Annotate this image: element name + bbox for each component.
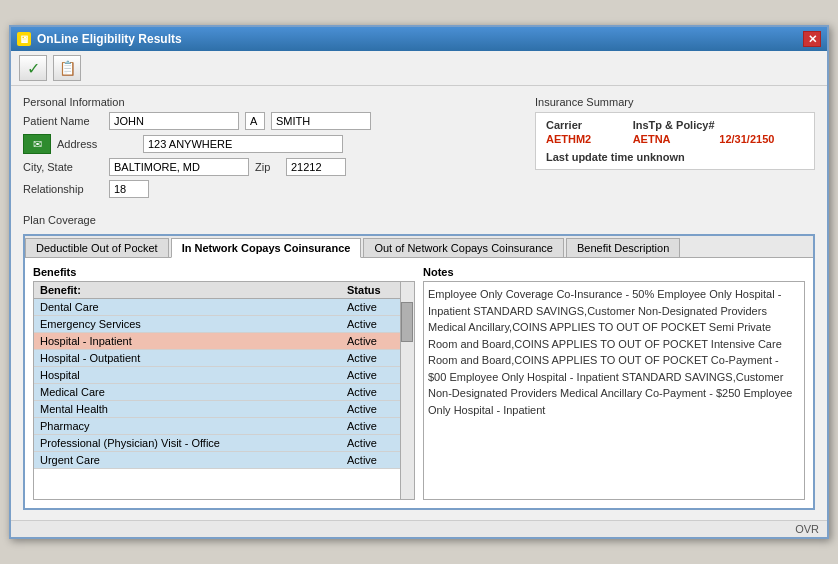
carrier-header: Carrier: [546, 119, 631, 131]
window-title: OnLine Eligibility Results: [37, 32, 182, 46]
patient-first-input[interactable]: [109, 112, 239, 130]
check-icon: ✓: [27, 59, 40, 78]
benefits-table: Benefit: Status Dental CareActiveEmergen…: [34, 282, 414, 469]
benefit-cell: Professional (Physician) Visit - Office: [34, 435, 341, 452]
tab-content: Benefits Benefit: Status Dental CareActi…: [25, 258, 813, 508]
benefit-cell: Mental Health: [34, 401, 341, 418]
relationship-row: Relationship: [23, 180, 515, 198]
table-row[interactable]: Medical CareActive: [34, 384, 414, 401]
benefits-scrollbar-thumb: [401, 302, 413, 342]
table-row[interactable]: Professional (Physician) Visit - OfficeA…: [34, 435, 414, 452]
relationship-input[interactable]: [109, 180, 149, 198]
app-icon: 🖥: [17, 32, 31, 46]
tab-out-of-network[interactable]: Out of Network Copays Coinsurance: [363, 238, 564, 257]
instp-header: InsTp & Policy#: [633, 119, 718, 131]
personal-info-label: Personal Information: [23, 96, 515, 108]
address-input[interactable]: [143, 135, 343, 153]
last-update: Last update time unknown: [546, 151, 804, 163]
notes-content[interactable]: Employee Only Coverage Co-Insurance - 50…: [423, 281, 805, 500]
notes-label: Notes: [423, 266, 805, 278]
benefit-cell: Hospital - Outpatient: [34, 350, 341, 367]
patient-mi-input[interactable]: [245, 112, 265, 130]
title-bar-left: 🖥 OnLine Eligibility Results: [17, 32, 182, 46]
table-row[interactable]: HospitalActive: [34, 367, 414, 384]
benefit-cell: Hospital: [34, 367, 341, 384]
city-state-label: City, State: [23, 161, 103, 173]
plan-coverage-section: Deductible Out of Pocket In Network Copa…: [23, 234, 815, 510]
relationship-label: Relationship: [23, 183, 103, 195]
insurance-summary-label: Insurance Summary: [535, 96, 815, 108]
benefit-cell: Hospital - Inpatient: [34, 333, 341, 350]
table-row[interactable]: Emergency ServicesActive: [34, 316, 414, 333]
benefits-table-wrapper: Benefit: Status Dental CareActiveEmergen…: [33, 281, 415, 500]
patient-name-row: Patient Name: [23, 112, 515, 130]
tab-in-network[interactable]: In Network Copays Coinsurance: [171, 238, 362, 258]
personal-info-section: Personal Information Patient Name ✉ Addr…: [23, 96, 815, 202]
table-row[interactable]: Dental CareActive: [34, 299, 414, 316]
insurance-summary-box: Carrier InsTp & Policy# AETHM2 AETNA 12/…: [535, 112, 815, 170]
city-state-input[interactable]: [109, 158, 249, 176]
address-label: Address: [57, 138, 137, 150]
title-bar: 🖥 OnLine Eligibility Results ✕: [11, 27, 827, 51]
content-area: Personal Information Patient Name ✉ Addr…: [11, 86, 827, 520]
benefit-cell: Urgent Care: [34, 452, 341, 469]
tab-benefit-description[interactable]: Benefit Description: [566, 238, 680, 257]
benefit-cell: Medical Care: [34, 384, 341, 401]
zip-label: Zip: [255, 161, 280, 173]
patient-name-label: Patient Name: [23, 115, 103, 127]
carrier-value: AETHM2: [546, 133, 631, 145]
zip-input[interactable]: [286, 158, 346, 176]
status-bar: OVR: [11, 520, 827, 537]
insurance-grid: Carrier InsTp & Policy# AETHM2 AETNA 12/…: [546, 119, 804, 145]
address-row: ✉ Address: [23, 134, 515, 154]
table-row[interactable]: PharmacyActive: [34, 418, 414, 435]
tabs-bar: Deductible Out of Pocket In Network Copa…: [25, 236, 813, 258]
table-row[interactable]: Hospital - OutpatientActive: [34, 350, 414, 367]
main-window: 🖥 OnLine Eligibility Results ✕ ✓ 📋 Perso…: [9, 25, 829, 539]
benefit-cell: Emergency Services: [34, 316, 341, 333]
personal-info-left: Personal Information Patient Name ✉ Addr…: [23, 96, 515, 202]
benefits-label: Benefits: [33, 266, 415, 278]
check-button[interactable]: ✓: [19, 55, 47, 81]
benefit-cell: Pharmacy: [34, 418, 341, 435]
instp-value: AETNA: [633, 133, 718, 145]
city-state-row: City, State Zip: [23, 158, 515, 176]
benefits-scrollbar[interactable]: [400, 282, 414, 499]
benefits-panel: Benefits Benefit: Status Dental CareActi…: [33, 266, 415, 500]
table-row[interactable]: Mental HealthActive: [34, 401, 414, 418]
tab-deductible[interactable]: Deductible Out of Pocket: [25, 238, 169, 257]
plan-coverage-label: Plan Coverage: [23, 210, 815, 228]
benefit-cell: Dental Care: [34, 299, 341, 316]
notes-panel: Notes Employee Only Coverage Co-Insuranc…: [423, 266, 805, 500]
copy-button[interactable]: 📋: [53, 55, 81, 81]
close-button[interactable]: ✕: [803, 31, 821, 47]
policy-value: 12/31/2150: [719, 133, 804, 145]
copy-icon: 📋: [59, 60, 76, 76]
toolbar: ✓ 📋: [11, 51, 827, 86]
patient-last-input[interactable]: [271, 112, 371, 130]
ovr-status: OVR: [795, 523, 819, 535]
table-row[interactable]: Hospital - InpatientActive: [34, 333, 414, 350]
email-icon: ✉: [23, 134, 51, 154]
insurance-summary-section: Insurance Summary Carrier InsTp & Policy…: [535, 96, 815, 202]
benefit-col-header: Benefit:: [34, 282, 341, 299]
table-row[interactable]: Urgent CareActive: [34, 452, 414, 469]
